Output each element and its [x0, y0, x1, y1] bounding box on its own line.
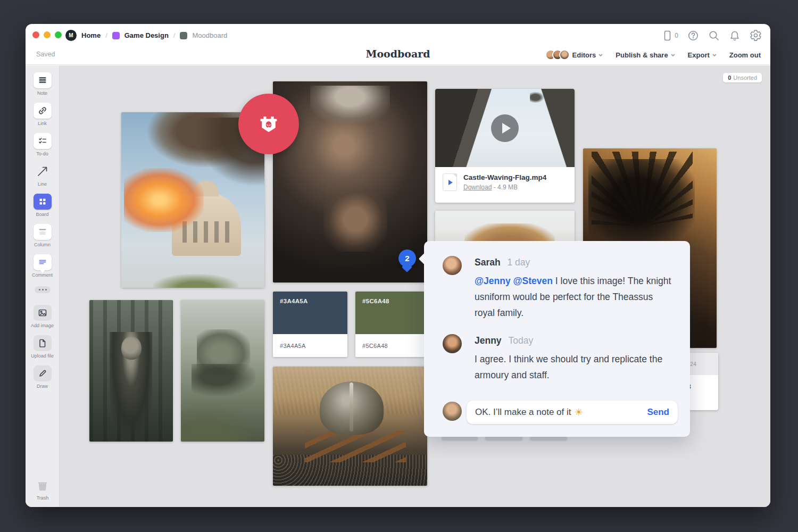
breadcrumb-project[interactable]: Game Design — [124, 31, 169, 39]
trash-dropzone[interactable]: Trash — [26, 479, 60, 501]
video-file-footer: Castle-Waving-Flag.mp4 Download - 4.9 MB — [435, 167, 575, 197]
tool-column[interactable]: Column — [26, 224, 59, 247]
video-file-icon — [443, 173, 457, 191]
avatar — [559, 49, 570, 60]
window-controls — [32, 31, 62, 38]
titlebar: M Home / Game Design / Moodboard 0 — [26, 24, 770, 46]
publish-share-dropdown[interactable]: Publish & share — [616, 51, 675, 59]
breadcrumb-separator: / — [173, 31, 176, 39]
color-swatch-card[interactable]: #3A4A5A #3A4A5A — [273, 292, 347, 357]
mobile-count: 0 — [675, 32, 678, 39]
comment-author: Sarah — [475, 257, 501, 268]
image-card-forest-armor[interactable] — [89, 300, 173, 442]
minimize-window-button[interactable] — [44, 31, 51, 38]
close-window-button[interactable] — [32, 31, 39, 38]
avatar — [443, 334, 462, 353]
comment-icon — [37, 257, 48, 268]
editors-label: Editors — [572, 51, 596, 59]
breadcrumb: M Home / Game Design / Moodboard — [65, 30, 227, 41]
notifications-button[interactable] — [729, 30, 741, 41]
download-link[interactable]: Download — [463, 184, 492, 191]
tool-add-image[interactable]: Add image — [26, 305, 59, 328]
search-button[interactable] — [708, 30, 720, 41]
hidden-card-edge — [530, 437, 567, 439]
hex-label: #3A4A5A — [280, 298, 308, 304]
zoom-out-button[interactable]: Zoom out — [729, 51, 761, 59]
game-logo-badge[interactable] — [238, 94, 299, 154]
image-card-rock[interactable] — [435, 211, 575, 245]
more-tools-button[interactable] — [35, 286, 51, 293]
statue-jaw — [192, 364, 255, 396]
link-icon — [37, 105, 48, 116]
comment-time: 1 day — [508, 257, 530, 268]
image-card-dragon-statue[interactable] — [181, 300, 264, 442]
tool-draw[interactable]: Draw — [26, 365, 59, 389]
maximize-window-button[interactable] — [55, 31, 62, 38]
play-button[interactable] — [491, 114, 519, 142]
publish-share-label: Publish & share — [616, 51, 668, 59]
video-filename: Castle-Waving-Flag.mp4 — [463, 173, 546, 181]
comment-time: Today — [508, 335, 533, 346]
upload-file-icon — [37, 338, 48, 348]
board-icon — [37, 196, 48, 207]
mobile-sync-button[interactable]: 0 — [662, 30, 678, 41]
breadcrumb-home[interactable]: Home — [81, 31, 101, 39]
helmet-head — [121, 336, 142, 360]
tool-label: To-do — [36, 151, 48, 156]
chevron-down-icon — [712, 54, 717, 56]
foliage — [181, 404, 264, 442]
tool-line[interactable]: Line — [26, 163, 59, 187]
tool-upload-file[interactable]: Upload file — [26, 335, 59, 359]
help-button[interactable] — [687, 30, 699, 41]
image-card-helmet-armour[interactable] — [273, 367, 427, 486]
unsorted-badge[interactable]: 0Unsorted — [723, 73, 762, 82]
export-dropdown[interactable]: Export — [688, 51, 717, 59]
hands — [323, 193, 387, 252]
hex-caption: #3A4A5A — [280, 343, 347, 349]
castle-shield-knight-icon — [252, 107, 286, 141]
file-size: - 4.9 MB — [494, 184, 518, 191]
gear-icon — [750, 29, 762, 41]
video-card[interactable]: Castle-Waving-Flag.mp4 Download - 4.9 MB — [435, 89, 575, 203]
editor-avatars — [545, 49, 570, 60]
tool-label: Comment — [32, 272, 53, 278]
comment-author: Jenny — [475, 335, 502, 346]
color-block: #5C6A48 — [355, 292, 427, 334]
chevron-down-icon — [671, 54, 675, 56]
editors-dropdown[interactable]: Editors — [545, 49, 603, 60]
settings-button[interactable] — [750, 29, 762, 41]
zoom-out-label: Zoom out — [729, 51, 761, 59]
tool-label: Add image — [31, 323, 54, 328]
helmet-ridge — [350, 383, 353, 431]
tool-comment[interactable]: Comment — [26, 254, 59, 278]
color-swatch-card[interactable]: #5C6A48 #5C6A48 — [355, 292, 427, 357]
mentions[interactable]: @Jenny @Steven — [475, 276, 553, 286]
tool-label: Upload file — [31, 353, 54, 359]
comment-thread-panel: Sarah 1 day @Jenny @Steven I love this i… — [424, 241, 690, 437]
board-canvas[interactable]: 0Unsorted — [60, 65, 770, 507]
tool-board[interactable]: Board — [26, 194, 59, 217]
send-button[interactable]: Send — [647, 407, 669, 418]
sun-emoji-icon: ☀ — [574, 406, 583, 418]
help-icon — [687, 30, 699, 41]
comment-input[interactable]: OK. I’ll make a note of it ☀ Send — [467, 401, 678, 424]
avatar — [443, 402, 462, 421]
note-icon — [37, 75, 48, 86]
comment-input-value: OK. I’ll make a note of it — [475, 407, 571, 418]
column-icon — [37, 227, 48, 237]
export-label: Export — [688, 51, 710, 59]
tool-link[interactable]: Link — [26, 103, 59, 126]
hidden-card-edge — [442, 437, 478, 439]
chevron-down-icon — [598, 54, 603, 56]
tool-todo[interactable]: To-do — [26, 133, 59, 156]
tool-label: Link — [38, 121, 47, 126]
video-thumbnail[interactable] — [435, 89, 575, 167]
search-icon — [708, 30, 720, 41]
gray-hair — [310, 86, 390, 123]
tool-label: Board — [36, 212, 48, 217]
tool-label: Note — [37, 90, 47, 96]
comment-pin[interactable]: 2 — [398, 250, 416, 267]
milanote-logo-icon[interactable]: M — [65, 30, 77, 41]
unsorted-count: 0 — [728, 74, 731, 81]
tool-note[interactable]: Note — [26, 72, 59, 96]
